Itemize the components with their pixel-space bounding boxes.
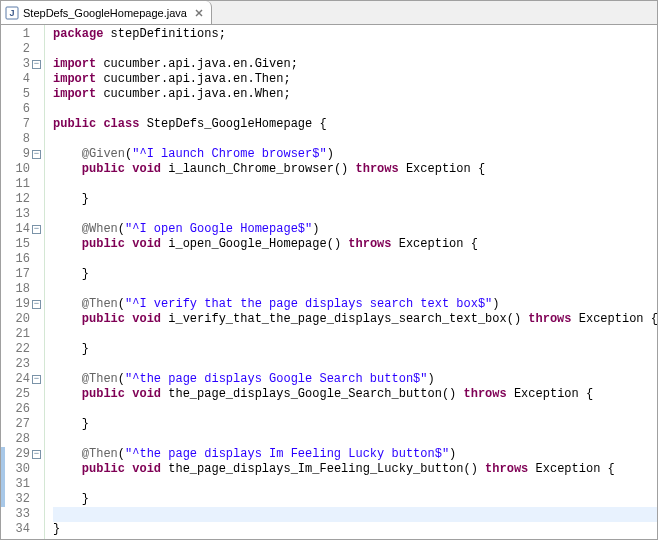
annotation: @Then [82, 372, 118, 386]
keyword: import [53, 87, 96, 101]
line-number: 20 [1, 312, 30, 327]
keyword: void [132, 387, 161, 401]
code-line[interactable]: public void i_verify_that_the_page_displ… [53, 312, 657, 327]
code-line[interactable] [53, 177, 657, 192]
string-literal: "^the page displays Google Search button… [125, 372, 427, 386]
keyword: public [82, 162, 125, 176]
line-number: 12 [1, 192, 30, 207]
selection-highlight [1, 492, 5, 507]
line-number: 24− [1, 372, 30, 387]
code-line[interactable]: } [53, 492, 657, 507]
code-line[interactable] [53, 357, 657, 372]
keyword: void [132, 312, 161, 326]
keyword: import [53, 72, 96, 86]
line-number: 4 [1, 72, 30, 87]
fold-marker-icon[interactable]: − [32, 450, 41, 459]
code-line[interactable]: } [53, 342, 657, 357]
code-line[interactable]: import cucumber.api.java.en.Then; [53, 72, 657, 87]
code-line[interactable]: package stepDefinitions; [53, 27, 657, 42]
close-icon[interactable] [193, 7, 205, 19]
keyword: public [53, 117, 96, 131]
fold-marker-icon[interactable]: − [32, 150, 41, 159]
code-line[interactable] [53, 432, 657, 447]
code-line[interactable]: public void i_launch_Chrome_browser() th… [53, 162, 657, 177]
line-number: 14− [1, 222, 30, 237]
fold-marker-icon[interactable]: − [32, 225, 41, 234]
code-line[interactable] [53, 207, 657, 222]
code-line[interactable] [53, 402, 657, 417]
line-number: 15 [1, 237, 30, 252]
keyword: public [82, 237, 125, 251]
fold-marker-icon[interactable]: − [32, 60, 41, 69]
string-literal: "^I open Google Homepage$" [125, 222, 312, 236]
string-literal: "^I launch Chrome browser$" [132, 147, 326, 161]
code-line[interactable]: } [53, 417, 657, 432]
line-number-gutter: 123−456789−1011121314−1516171819−2021222… [1, 25, 45, 539]
keyword: void [132, 162, 161, 176]
line-number: 18 [1, 282, 30, 297]
line-number: 8 [1, 132, 30, 147]
line-number: 3− [1, 57, 30, 72]
code-line[interactable] [53, 282, 657, 297]
fold-marker-icon[interactable]: − [32, 375, 41, 384]
code-line[interactable]: public void the_page_displays_Im_Feeling… [53, 462, 657, 477]
code-line[interactable]: import cucumber.api.java.en.Given; [53, 57, 657, 72]
line-number: 28 [1, 432, 30, 447]
code-line[interactable]: @Then("^I verify that the page displays … [53, 297, 657, 312]
line-number: 27 [1, 417, 30, 432]
code-line[interactable]: @Then("^the page displays Im Feeling Luc… [53, 447, 657, 462]
line-number: 26 [1, 402, 30, 417]
line-number: 17 [1, 267, 30, 282]
line-number: 23 [1, 357, 30, 372]
code-line[interactable] [53, 102, 657, 117]
code-line[interactable] [53, 42, 657, 57]
line-number: 10 [1, 162, 30, 177]
code-line[interactable]: } [53, 267, 657, 282]
fold-marker-icon[interactable]: − [32, 300, 41, 309]
code-line[interactable]: } [53, 192, 657, 207]
code-line[interactable]: @Given("^I launch Chrome browser$") [53, 147, 657, 162]
keyword: public [82, 312, 125, 326]
code-line[interactable]: public class StepDefs_GoogleHomepage { [53, 117, 657, 132]
line-number: 30 [1, 462, 30, 477]
keyword: package [53, 27, 103, 41]
editor[interactable]: 123−456789−1011121314−1516171819−2021222… [1, 25, 657, 539]
keyword: throws [464, 387, 507, 401]
tab-bar: J StepDefs_GoogleHomepage.java [1, 1, 657, 25]
code-line[interactable]: } [53, 522, 657, 537]
keyword: import [53, 57, 96, 71]
selection-highlight [1, 447, 5, 462]
keyword: class [103, 117, 139, 131]
string-literal: "^I verify that the page displays search… [125, 297, 492, 311]
line-number: 33 [1, 507, 30, 522]
code-line[interactable]: public void the_page_displays_Google_Sea… [53, 387, 657, 402]
code-line[interactable] [53, 507, 657, 522]
code-line[interactable]: import cucumber.api.java.en.When; [53, 87, 657, 102]
line-number: 1 [1, 27, 30, 42]
annotation: @Then [82, 447, 118, 461]
annotation: @When [82, 222, 118, 236]
tab-filename: StepDefs_GoogleHomepage.java [23, 7, 187, 19]
keyword: void [132, 237, 161, 251]
line-number: 7 [1, 117, 30, 132]
selection-highlight [1, 462, 5, 477]
code-line[interactable]: @When("^I open Google Homepage$") [53, 222, 657, 237]
code-line[interactable]: @Then("^the page displays Google Search … [53, 372, 657, 387]
code-line[interactable]: public void i_open_Google_Homepage() thr… [53, 237, 657, 252]
keyword: throws [348, 237, 391, 251]
line-number: 5 [1, 87, 30, 102]
code-line[interactable] [53, 132, 657, 147]
line-number: 32 [1, 492, 30, 507]
line-number: 21 [1, 327, 30, 342]
keyword: throws [355, 162, 398, 176]
line-number: 2 [1, 42, 30, 57]
code-area[interactable]: package stepDefinitions;import cucumber.… [45, 25, 657, 539]
line-number: 16 [1, 252, 30, 267]
editor-tab[interactable]: J StepDefs_GoogleHomepage.java [1, 1, 212, 24]
code-line[interactable] [53, 252, 657, 267]
selection-highlight [1, 477, 5, 492]
keyword: public [82, 387, 125, 401]
code-line[interactable] [53, 327, 657, 342]
line-number: 29− [1, 447, 30, 462]
code-line[interactable] [53, 477, 657, 492]
